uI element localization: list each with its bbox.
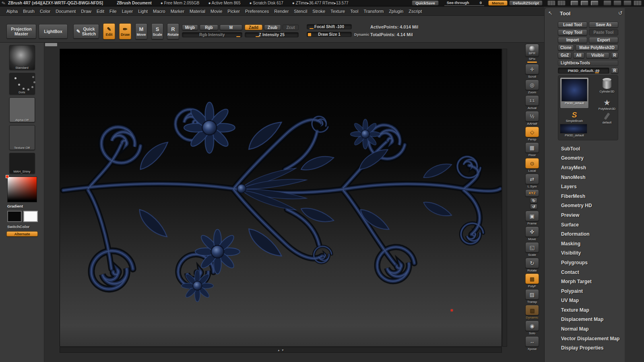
menus-toggle-button[interactable]: Menus [488,0,508,6]
menu-item-color[interactable]: Color [40,9,50,14]
tool-section-vector-displacement-map[interactable]: Vector Displacement Map [558,334,623,343]
menu-item-alpha[interactable]: Alpha [6,9,18,14]
tool-section-displacement-map[interactable]: Displacement Map [558,315,623,325]
grid-icon[interactable] [634,0,642,6]
copy-doc-icon[interactable] [580,0,588,6]
lightbox-button[interactable]: LightBox [39,24,68,39]
rshelf-scroll[interactable]: ✛ Scroll [523,64,541,78]
polymesh3d-tool[interactable]: ★ PolyMesh3D [597,98,617,111]
tool-section-nanomesh[interactable]: NanoMesh [558,173,623,182]
rshelf-solo[interactable]: ◉ Solo [523,321,541,335]
tool-section-texture-map[interactable]: Texture Map [558,305,623,315]
menu-item-texture[interactable]: Texture [330,9,345,14]
see-through-slider[interactable]: See-through 0 [444,0,484,6]
switch-color-button[interactable]: SwitchColor [0,224,44,229]
m-button[interactable]: M [220,25,242,30]
rshelf-dynamic[interactable]: ▧ Dynamic [523,305,541,319]
document-canvas[interactable] [60,49,502,347]
default-tool[interactable]: default [597,112,617,125]
spin-cw-icon[interactable]: ↻ [530,198,537,203]
rshelf-bpr[interactable]: BPR SPix [523,44,541,63]
mixer-icon[interactable] [547,0,555,6]
edit-mode-button[interactable]: ✎ Edit [103,23,115,39]
focal-shift-slider[interactable]: Focal Shift -100 [307,24,352,29]
rshelf-move[interactable]: ✜ Move [523,226,541,241]
spin-ccw-icon[interactable]: ↺ [530,204,537,209]
tool-section-masking[interactable]: Masking [558,239,623,249]
tool-section-polypaint[interactable]: Polypaint [558,286,623,296]
copy-tool-button[interactable]: Copy Tool [558,29,587,35]
import-button[interactable]: Import [558,37,587,43]
menu-item-render[interactable]: Render [274,9,289,14]
make-polymesh3d-button[interactable]: Make PolyMesh3D [576,45,618,51]
menu-item-transform[interactable]: Transform [363,9,384,14]
menu-item-picker[interactable]: Picker [227,9,240,14]
quicksave-button[interactable]: QuickSave [412,0,439,6]
tool-section-visibility[interactable]: Visibility [558,249,623,258]
tool-section-geometry[interactable]: Geometry [558,154,623,163]
goz-visible-button[interactable]: Visible [586,52,609,58]
menu-item-draw[interactable]: Draw [81,9,91,14]
tool-section-polygroups[interactable]: Polygroups [558,258,623,267]
scroll-down-icon[interactable]: ▼ [281,349,284,352]
scale-mode-button[interactable]: S Scale [151,23,163,39]
tool-section-uv-map[interactable]: UV Map [558,296,623,306]
tool-section-surface[interactable]: Surface [558,220,623,230]
collapse-icon[interactable] [623,0,632,6]
menu-item-preferences[interactable]: Preferences [245,9,269,14]
zcut-button[interactable]: Zcut [283,25,299,30]
zsub-button[interactable]: Zsub [264,25,281,30]
export-button[interactable]: Export [589,37,618,43]
menu-item-stencil[interactable]: Stencil [294,9,307,14]
menu-item-brush[interactable]: Brush [23,9,35,14]
tool-select-slider[interactable]: PM3D_default. 49 [558,68,609,74]
secondary-color-swatch[interactable] [23,211,38,222]
rshelf-floor[interactable]: ▦ Floor [523,142,541,157]
tool-section-arraymesh[interactable]: ArrayMesh [558,163,623,173]
canvas-resize-nub[interactable] [45,43,57,46]
simplebrush-tool[interactable]: S SimpleBrush [561,111,587,123]
recent-tool-thumbnail[interactable]: PM3D_default [560,124,589,138]
menu-item-tool[interactable]: Tool [350,9,358,14]
rshelf-zoom[interactable]: ◎ Zoom [523,80,541,94]
rshelf-xpose[interactable]: ↔ Xpose [523,336,541,351]
menu-item-layer[interactable]: Layer [122,9,133,14]
paste-tool-button[interactable]: Paste Tool [589,29,618,35]
goz-button[interactable]: GoZ [558,52,572,58]
menu-item-material[interactable]: Material [190,9,205,14]
menu-item-stroke[interactable]: Stroke [312,9,325,14]
rgb-intensity-slider[interactable]: Rgb Intensity [182,32,242,37]
zadd-button[interactable]: Zadd [245,25,262,30]
menu-item-zplugin[interactable]: Zplugin [389,9,403,14]
tool-section-preview[interactable]: Preview [558,210,623,220]
rshelf-transp[interactable]: ▨ Transp [523,289,541,304]
lock-icon[interactable] [613,0,621,6]
horizontal-scrollbar[interactable]: ▲ ▼ [60,347,502,353]
z-intensity-slider[interactable]: Z Intensity 25 [245,32,299,37]
palette-reset-icon[interactable]: ↺ [618,10,623,16]
tool-section-contact[interactable]: Contact [558,267,623,277]
menu-item-file[interactable]: File [109,9,117,14]
rshelf-polyframe[interactable]: ▩ PolyF [523,274,541,288]
menu-item-light[interactable]: Light [138,9,148,14]
scroll-up-icon[interactable]: ▲ [277,349,280,352]
save-as-button[interactable]: Save As [589,22,618,28]
mixer2-icon[interactable] [557,0,566,6]
tool-section-morph-target[interactable]: Morph Target [558,277,623,286]
tool-section-fibermesh[interactable]: FiberMesh [558,191,623,201]
rshelf-xyz[interactable]: XYZ [523,189,541,197]
stroke-thumbnail[interactable]: Dots [9,73,35,95]
menu-item-zscript[interactable]: Zscript [409,9,422,14]
mrgb-button[interactable]: Mrgb [182,25,198,30]
material-thumbnail[interactable]: MAH_Shiny [9,153,35,174]
rotate-mode-button[interactable]: R Rotate [167,23,179,39]
clone-button[interactable]: Clone [558,45,574,51]
vertical-scrollbar[interactable] [502,49,507,347]
draw-mode-button[interactable]: ✏ Draw [119,23,131,39]
tool-section-normal-map[interactable]: Normal Map [558,324,623,334]
rshelf-aahalf[interactable]: ½ AAHalf [523,111,541,125]
menu-item-document[interactable]: Document [56,9,76,14]
rgb-button[interactable]: Rgb [200,25,218,30]
draw-size-slider[interactable]: Draw Size 1 [307,32,352,37]
menu-item-marker[interactable]: Marker [171,9,184,14]
